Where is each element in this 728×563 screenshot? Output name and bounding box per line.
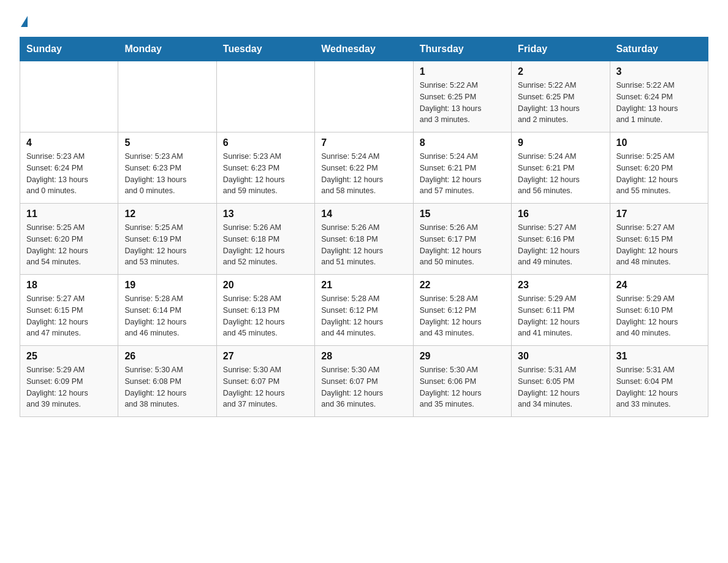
calendar-cell: 28Sunrise: 5:30 AM Sunset: 6:07 PM Dayli… bbox=[315, 346, 413, 417]
calendar-week-row: 1Sunrise: 5:22 AM Sunset: 6:25 PM Daylig… bbox=[20, 61, 708, 132]
calendar-cell: 1Sunrise: 5:22 AM Sunset: 6:25 PM Daylig… bbox=[413, 61, 511, 132]
day-info: Sunrise: 5:25 AM Sunset: 6:20 PM Dayligh… bbox=[616, 151, 702, 197]
calendar-cell: 4Sunrise: 5:23 AM Sunset: 6:24 PM Daylig… bbox=[20, 132, 118, 204]
calendar-cell: 16Sunrise: 5:27 AM Sunset: 6:16 PM Dayli… bbox=[512, 204, 610, 275]
calendar-cell: 26Sunrise: 5:30 AM Sunset: 6:08 PM Dayli… bbox=[118, 346, 216, 417]
day-number: 19 bbox=[124, 280, 210, 291]
day-info: Sunrise: 5:24 AM Sunset: 6:21 PM Dayligh… bbox=[518, 151, 603, 197]
weekday-header-sunday: Sunday bbox=[20, 37, 118, 61]
day-number: 21 bbox=[321, 280, 406, 291]
day-number: 29 bbox=[420, 351, 505, 362]
calendar-cell: 12Sunrise: 5:25 AM Sunset: 6:19 PM Dayli… bbox=[118, 204, 216, 275]
day-info: Sunrise: 5:29 AM Sunset: 6:10 PM Dayligh… bbox=[616, 293, 702, 339]
calendar-cell: 19Sunrise: 5:28 AM Sunset: 6:14 PM Dayli… bbox=[118, 275, 216, 346]
day-info: Sunrise: 5:28 AM Sunset: 6:14 PM Dayligh… bbox=[124, 293, 210, 339]
day-number: 13 bbox=[223, 209, 308, 220]
weekday-header-tuesday: Tuesday bbox=[216, 37, 314, 61]
logo bbox=[20, 15, 28, 26]
day-number: 27 bbox=[223, 351, 308, 362]
day-info: Sunrise: 5:25 AM Sunset: 6:20 PM Dayligh… bbox=[26, 222, 112, 268]
day-info: Sunrise: 5:30 AM Sunset: 6:07 PM Dayligh… bbox=[321, 364, 406, 410]
calendar-week-row: 11Sunrise: 5:25 AM Sunset: 6:20 PM Dayli… bbox=[20, 204, 708, 275]
day-info: Sunrise: 5:30 AM Sunset: 6:07 PM Dayligh… bbox=[223, 364, 308, 410]
day-info: Sunrise: 5:28 AM Sunset: 6:12 PM Dayligh… bbox=[420, 293, 505, 339]
day-info: Sunrise: 5:30 AM Sunset: 6:06 PM Dayligh… bbox=[420, 364, 505, 410]
day-number: 20 bbox=[223, 280, 308, 291]
day-info: Sunrise: 5:28 AM Sunset: 6:13 PM Dayligh… bbox=[223, 293, 308, 339]
day-number: 23 bbox=[518, 280, 603, 291]
calendar-cell bbox=[118, 61, 216, 132]
day-info: Sunrise: 5:30 AM Sunset: 6:08 PM Dayligh… bbox=[124, 364, 210, 410]
day-number: 2 bbox=[518, 66, 603, 77]
calendar-cell: 6Sunrise: 5:23 AM Sunset: 6:23 PM Daylig… bbox=[216, 132, 314, 204]
day-number: 7 bbox=[321, 137, 406, 148]
calendar-cell: 13Sunrise: 5:26 AM Sunset: 6:18 PM Dayli… bbox=[216, 204, 314, 275]
day-number: 1 bbox=[420, 66, 505, 77]
calendar-cell: 20Sunrise: 5:28 AM Sunset: 6:13 PM Dayli… bbox=[216, 275, 314, 346]
calendar-cell: 15Sunrise: 5:26 AM Sunset: 6:17 PM Dayli… bbox=[413, 204, 511, 275]
calendar-cell: 2Sunrise: 5:22 AM Sunset: 6:25 PM Daylig… bbox=[512, 61, 610, 132]
day-info: Sunrise: 5:23 AM Sunset: 6:23 PM Dayligh… bbox=[223, 151, 308, 197]
calendar-cell: 10Sunrise: 5:25 AM Sunset: 6:20 PM Dayli… bbox=[610, 132, 708, 204]
calendar-cell: 25Sunrise: 5:29 AM Sunset: 6:09 PM Dayli… bbox=[20, 346, 118, 417]
day-number: 26 bbox=[124, 351, 210, 362]
calendar-week-row: 18Sunrise: 5:27 AM Sunset: 6:15 PM Dayli… bbox=[20, 275, 708, 346]
page-header bbox=[20, 15, 708, 26]
calendar-cell: 7Sunrise: 5:24 AM Sunset: 6:22 PM Daylig… bbox=[315, 132, 413, 204]
day-number: 8 bbox=[420, 137, 505, 148]
day-info: Sunrise: 5:31 AM Sunset: 6:04 PM Dayligh… bbox=[616, 364, 702, 410]
day-number: 10 bbox=[616, 137, 702, 148]
day-info: Sunrise: 5:27 AM Sunset: 6:15 PM Dayligh… bbox=[616, 222, 702, 268]
calendar-cell: 14Sunrise: 5:26 AM Sunset: 6:18 PM Dayli… bbox=[315, 204, 413, 275]
day-info: Sunrise: 5:22 AM Sunset: 6:24 PM Dayligh… bbox=[616, 80, 702, 126]
day-info: Sunrise: 5:27 AM Sunset: 6:15 PM Dayligh… bbox=[26, 293, 112, 339]
calendar-cell: 18Sunrise: 5:27 AM Sunset: 6:15 PM Dayli… bbox=[20, 275, 118, 346]
day-info: Sunrise: 5:25 AM Sunset: 6:19 PM Dayligh… bbox=[124, 222, 210, 268]
calendar-cell: 24Sunrise: 5:29 AM Sunset: 6:10 PM Dayli… bbox=[610, 275, 708, 346]
day-number: 16 bbox=[518, 209, 603, 220]
day-info: Sunrise: 5:27 AM Sunset: 6:16 PM Dayligh… bbox=[518, 222, 603, 268]
calendar-cell bbox=[216, 61, 314, 132]
weekday-header-monday: Monday bbox=[118, 37, 216, 61]
day-info: Sunrise: 5:31 AM Sunset: 6:05 PM Dayligh… bbox=[518, 364, 603, 410]
day-number: 12 bbox=[124, 209, 210, 220]
logo-triangle-icon bbox=[21, 16, 28, 27]
calendar-cell: 17Sunrise: 5:27 AM Sunset: 6:15 PM Dayli… bbox=[610, 204, 708, 275]
day-number: 14 bbox=[321, 209, 406, 220]
weekday-header-row: SundayMondayTuesdayWednesdayThursdayFrid… bbox=[20, 37, 708, 61]
calendar-cell: 31Sunrise: 5:31 AM Sunset: 6:04 PM Dayli… bbox=[610, 346, 708, 417]
calendar-cell: 30Sunrise: 5:31 AM Sunset: 6:05 PM Dayli… bbox=[512, 346, 610, 417]
day-number: 15 bbox=[420, 209, 505, 220]
day-number: 6 bbox=[223, 137, 308, 148]
calendar-week-row: 4Sunrise: 5:23 AM Sunset: 6:24 PM Daylig… bbox=[20, 132, 708, 204]
calendar-cell: 9Sunrise: 5:24 AM Sunset: 6:21 PM Daylig… bbox=[512, 132, 610, 204]
weekday-header-wednesday: Wednesday bbox=[315, 37, 413, 61]
day-number: 22 bbox=[420, 280, 505, 291]
day-info: Sunrise: 5:23 AM Sunset: 6:23 PM Dayligh… bbox=[124, 151, 210, 197]
calendar-week-row: 25Sunrise: 5:29 AM Sunset: 6:09 PM Dayli… bbox=[20, 346, 708, 417]
day-number: 9 bbox=[518, 137, 603, 148]
day-info: Sunrise: 5:26 AM Sunset: 6:17 PM Dayligh… bbox=[420, 222, 505, 268]
day-number: 31 bbox=[616, 351, 702, 362]
weekday-header-friday: Friday bbox=[512, 37, 610, 61]
weekday-header-thursday: Thursday bbox=[413, 37, 511, 61]
day-info: Sunrise: 5:24 AM Sunset: 6:22 PM Dayligh… bbox=[321, 151, 406, 197]
weekday-header-saturday: Saturday bbox=[610, 37, 708, 61]
calendar-cell bbox=[315, 61, 413, 132]
day-info: Sunrise: 5:26 AM Sunset: 6:18 PM Dayligh… bbox=[223, 222, 308, 268]
calendar-cell: 3Sunrise: 5:22 AM Sunset: 6:24 PM Daylig… bbox=[610, 61, 708, 132]
day-number: 25 bbox=[26, 351, 112, 362]
calendar-cell: 23Sunrise: 5:29 AM Sunset: 6:11 PM Dayli… bbox=[512, 275, 610, 346]
day-info: Sunrise: 5:28 AM Sunset: 6:12 PM Dayligh… bbox=[321, 293, 406, 339]
calendar-cell: 21Sunrise: 5:28 AM Sunset: 6:12 PM Dayli… bbox=[315, 275, 413, 346]
day-info: Sunrise: 5:22 AM Sunset: 6:25 PM Dayligh… bbox=[518, 80, 603, 126]
day-info: Sunrise: 5:24 AM Sunset: 6:21 PM Dayligh… bbox=[420, 151, 505, 197]
day-info: Sunrise: 5:29 AM Sunset: 6:09 PM Dayligh… bbox=[26, 364, 112, 410]
day-number: 17 bbox=[616, 209, 702, 220]
day-number: 30 bbox=[518, 351, 603, 362]
calendar-cell: 29Sunrise: 5:30 AM Sunset: 6:06 PM Dayli… bbox=[413, 346, 511, 417]
day-number: 3 bbox=[616, 66, 702, 77]
calendar-cell: 11Sunrise: 5:25 AM Sunset: 6:20 PM Dayli… bbox=[20, 204, 118, 275]
calendar-cell: 22Sunrise: 5:28 AM Sunset: 6:12 PM Dayli… bbox=[413, 275, 511, 346]
day-info: Sunrise: 5:23 AM Sunset: 6:24 PM Dayligh… bbox=[26, 151, 112, 197]
